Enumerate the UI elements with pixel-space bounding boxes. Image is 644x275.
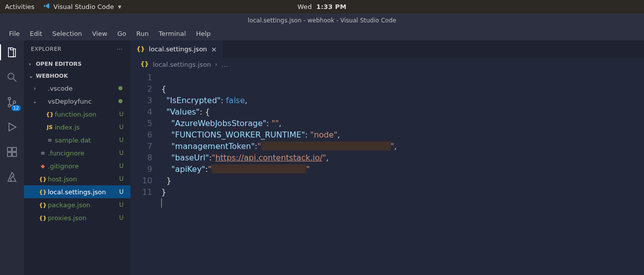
scm-badge: 12	[11, 105, 21, 111]
file-proxies-json[interactable]: ›{}proxies.jsonU	[24, 211, 130, 224]
file-label: .vscode	[48, 85, 118, 92]
menu-edit[interactable]: Edit	[25, 28, 47, 39]
activity-extensions[interactable]	[5, 145, 19, 159]
activity-explorer[interactable]	[5, 45, 19, 59]
file-package-json[interactable]: ›{}package.jsonU	[24, 198, 130, 211]
open-editors-section[interactable]: ›OPEN EDITORS	[24, 58, 130, 70]
line-number: 10	[130, 175, 152, 186]
chevron-right-icon: ›	[32, 86, 38, 91]
file-label: .gitignore	[48, 162, 117, 170]
svg-point-0	[8, 73, 14, 79]
menu-terminal[interactable]: Terminal	[154, 28, 191, 39]
line-number: 11	[130, 186, 152, 198]
workspace-section[interactable]: ⌄WEBHOOK	[24, 70, 130, 82]
line-number: 7	[130, 140, 152, 152]
git-status-badge: U	[117, 188, 125, 195]
brace-icon: {}	[45, 111, 55, 118]
redacted-token	[261, 141, 391, 150]
folder-vsDeployfunc[interactable]: ⌄vsDeployfunc	[24, 95, 130, 108]
menu-go[interactable]: Go	[112, 28, 131, 39]
file-index-js[interactable]: ›JSindex.jsU	[24, 121, 130, 134]
dropdown-icon: ▼	[118, 4, 121, 9]
file-sample-dat[interactable]: ›≡sample.datU	[24, 134, 130, 146]
svg-point-3	[13, 101, 16, 104]
line-number: 1	[130, 72, 152, 83]
chevron-right-icon: ›	[29, 61, 34, 67]
gitign-icon: ◆	[38, 163, 48, 169]
sidebar-more-icon[interactable]: ⋯	[117, 46, 123, 52]
activity-bar: 12	[0, 40, 24, 275]
brace-icon: {}	[38, 202, 48, 208]
activity-azure[interactable]	[5, 170, 19, 184]
file-label: .funcignore	[48, 149, 117, 157]
line-number: 9	[130, 163, 152, 175]
git-status-badge: U	[117, 175, 125, 182]
activity-run-debug[interactable]	[5, 120, 19, 134]
breadcrumb[interactable]: {} local.settings.json › …	[130, 58, 644, 71]
active-app-menu[interactable]: Visual Studio Code ▼	[43, 2, 121, 11]
brace-icon: {}	[38, 215, 48, 221]
sidebar-title: EXPLORER	[31, 46, 62, 52]
breadcrumb-file: local.settings.json	[153, 61, 211, 68]
lines-icon: ≡	[38, 150, 48, 156]
file-label: sample.dat	[55, 137, 117, 144]
activity-source-control[interactable]: 12	[5, 95, 19, 109]
code-content[interactable]: { "IsEncrypted": false, "Values": { "Azu…	[161, 71, 644, 275]
svg-rect-5	[12, 147, 16, 151]
chevron-down-icon: ⌄	[32, 99, 38, 104]
activity-search[interactable]	[5, 70, 19, 84]
json-icon: {}	[140, 61, 149, 68]
tab-local-settings[interactable]: {} local.settings.json ×	[130, 40, 223, 58]
brace-icon: {}	[38, 176, 48, 182]
git-status-badge: U	[117, 162, 125, 169]
tab-bar: {} local.settings.json ×	[130, 40, 644, 58]
folder--vscode[interactable]: ›.vscode	[24, 82, 130, 95]
git-status-badge: U	[117, 137, 125, 143]
activities-button[interactable]: Activities	[5, 3, 34, 10]
svg-rect-6	[7, 152, 11, 156]
menu-run[interactable]: Run	[131, 28, 154, 39]
file-host-json[interactable]: ›{}host.jsonU	[24, 172, 130, 185]
tab-label: local.settings.json	[149, 45, 207, 53]
menu-file[interactable]: File	[4, 28, 25, 39]
json-icon: {}	[136, 46, 145, 53]
file--gitignore[interactable]: ›◆.gitignoreU	[24, 159, 130, 172]
modified-dot-icon	[118, 99, 122, 103]
line-number: 6	[130, 129, 152, 140]
file-local-settings-json[interactable]: ›{}local.settings.jsonU	[24, 185, 130, 198]
file-label: local.settings.json	[48, 188, 117, 196]
sidebar: EXPLORER ⋯ ›OPEN EDITORS ⌄WEBHOOK ›.vsco…	[24, 40, 130, 275]
breadcrumb-more: …	[221, 61, 228, 68]
line-number: 2	[130, 83, 152, 95]
active-app-label: Visual Studio Code	[53, 3, 114, 10]
line-number: 5	[130, 118, 152, 129]
line-number: 4	[130, 106, 152, 118]
editor-area: {} local.settings.json × {} local.settin…	[130, 40, 644, 275]
js-icon: JS	[45, 124, 55, 131]
file-label: package.json	[48, 201, 117, 209]
git-status-badge: U	[117, 124, 125, 131]
git-status-badge: U	[117, 149, 125, 156]
file-label: vsDeployfunc	[48, 98, 118, 105]
vscode-icon	[43, 2, 50, 11]
menu-help[interactable]: Help	[191, 28, 216, 39]
file-label: host.json	[48, 175, 117, 183]
clock[interactable]: Wed 1:33 PM	[298, 3, 346, 10]
chevron-down-icon: ⌄	[29, 73, 34, 79]
file--funcignore[interactable]: ›≡.funcignoreU	[24, 146, 130, 159]
code-editor[interactable]: 1234567891011 { "IsEncrypted": false, "V…	[130, 71, 644, 275]
redacted-token	[212, 164, 306, 173]
close-icon[interactable]: ×	[211, 45, 217, 53]
file-label: index.js	[55, 124, 117, 131]
svg-rect-7	[12, 152, 16, 156]
window-title: local.settings.json - webhook - Visual S…	[0, 13, 644, 27]
git-status-badge: U	[117, 201, 125, 208]
lines-icon: ≡	[45, 137, 55, 143]
cursor	[161, 198, 162, 208]
menu-bar: FileEditSelectionViewGoRunTerminalHelp	[0, 27, 644, 40]
menu-selection[interactable]: Selection	[47, 28, 87, 39]
git-status-badge: U	[117, 111, 125, 118]
gutter: 1234567891011	[130, 71, 161, 275]
menu-view[interactable]: View	[87, 28, 112, 39]
file-function-json[interactable]: ›{}function.jsonU	[24, 108, 130, 121]
